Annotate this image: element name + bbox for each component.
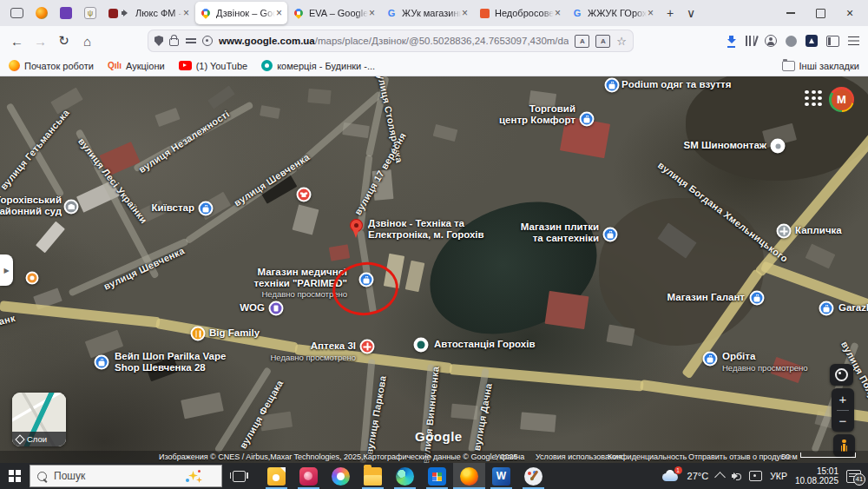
new-tab-button[interactable]: + [660, 3, 681, 23]
task-view-button[interactable] [226, 463, 252, 489]
library-icon[interactable] [746, 36, 756, 46]
firefox-view-button[interactable] [7, 5, 26, 21]
bookmark-item[interactable]: комерція - Будинки -... [261, 60, 375, 71]
marker-worship[interactable] [777, 224, 792, 239]
window-close-button[interactable]: × [835, 1, 865, 25]
downloads-icon[interactable] [727, 36, 737, 46]
taskbar-app-notepad[interactable] [260, 463, 293, 489]
place-label[interactable]: Автостанція Горохів [434, 339, 536, 350]
tab-close-button[interactable]: × [182, 7, 190, 19]
tab-close-button[interactable]: × [554, 7, 562, 19]
marker-restaurant[interactable] [191, 327, 206, 341]
translate-icon[interactable]: A [575, 35, 589, 48]
tray-expand-icon[interactable] [714, 472, 726, 483]
tab-close-button[interactable]: × [368, 7, 376, 19]
map-canvas[interactable]: вулиця Гетьманськавулиця Незалежностівул… [0, 76, 868, 463]
place-label[interactable]: Garazh [838, 302, 868, 314]
url-text[interactable]: www.google.com.ua/maps/place/Дзвінок/@50… [219, 36, 569, 46]
back-button[interactable]: ← [5, 30, 29, 52]
forward-button[interactable]: → [29, 30, 52, 52]
marker-fuel[interactable] [269, 301, 284, 316]
place-label[interactable]: Горохівськийрайонний суд [0, 195, 62, 216]
volume-icon[interactable] [732, 472, 741, 480]
marker-generic[interactable] [771, 139, 786, 154]
pinned-tab[interactable] [30, 3, 53, 23]
pinned-tab[interactable]: ψ [79, 3, 102, 23]
bookmark-star-icon[interactable]: ☆ [616, 35, 627, 48]
place-label[interactable]: Магазин плиткита сантехніки [521, 221, 599, 243]
list-tabs-button[interactable]: ∨ [681, 3, 701, 23]
language-indicator[interactable]: УКР [770, 471, 787, 481]
feedback-link[interactable]: Отправить отзыв о продукте [688, 453, 792, 461]
browser-tab[interactable]: EVA – Google K× [288, 2, 380, 24]
bookmark-item[interactable]: (1) YouTube [179, 60, 248, 71]
account-avatar[interactable]: M [829, 87, 854, 112]
place-label[interactable]: Вейп Шоп Parilka VapeShop Шевченка 28 [115, 351, 226, 373]
place-label[interactable]: Торговийцентр Комфорт [499, 103, 575, 125]
place-label[interactable]: Магазин Галант [667, 292, 745, 303]
tracking-shield-icon[interactable] [155, 36, 163, 46]
taskbar-search-input[interactable]: Пошук [30, 465, 222, 487]
marker-shop[interactable] [750, 291, 765, 306]
pinned-tab[interactable] [55, 3, 77, 23]
window-maximize-button[interactable] [806, 1, 835, 25]
browser-tab[interactable]: GЖЖУК ГОрохів× [567, 2, 659, 24]
marker-shop[interactable] [199, 202, 214, 216]
privacy-link[interactable]: Конфиденциальность [608, 453, 687, 461]
taskbar-app-paint[interactable] [517, 463, 549, 489]
place-label[interactable]: Капличка [795, 225, 842, 236]
taskbar-app-explorer[interactable] [357, 463, 389, 489]
place-label[interactable]: SM Шиномонтаж [684, 140, 766, 151]
start-button[interactable] [0, 463, 30, 489]
zoom-out-button[interactable]: − [832, 411, 854, 432]
sidebar-icon[interactable] [826, 36, 839, 47]
copilot-sparkle-icon[interactable] [187, 470, 201, 484]
marker-shop[interactable] [703, 352, 718, 367]
place-label[interactable]: Київстар [151, 202, 194, 214]
destination-pin[interactable] [350, 219, 364, 240]
extension-dark-icon[interactable] [806, 35, 818, 47]
clock[interactable]: 15:01 10.08.2025 [795, 466, 838, 486]
url-bar[interactable]: www.google.com.ua/maps/place/Дзвінок/@50… [148, 30, 634, 52]
marker-shop[interactable] [580, 112, 595, 127]
reload-button[interactable]: ↻ [52, 30, 76, 52]
marker-transit[interactable] [414, 338, 429, 353]
tab-close-button[interactable]: × [461, 7, 469, 19]
marker-clothing[interactable] [297, 188, 312, 202]
bookmark-item[interactable]: QılıАукціони [108, 60, 165, 71]
marker-shop[interactable] [95, 355, 109, 370]
other-bookmarks-button[interactable]: Інші закладки [782, 61, 859, 71]
my-location-button[interactable] [830, 364, 853, 386]
menu-icon[interactable] [848, 36, 859, 46]
place-label[interactable]: Big Family [209, 327, 260, 339]
notification-center-icon[interactable]: 41 [846, 470, 861, 483]
place-label[interactable]: Аптека 3ІНедавно просмотрено [271, 340, 357, 363]
marker-shop[interactable] [819, 301, 834, 316]
zoom-in-button[interactable]: + [832, 389, 854, 410]
marker-court[interactable] [64, 200, 79, 215]
extension-globe-icon[interactable] [786, 36, 797, 47]
taskbar-app-copilot[interactable] [325, 463, 357, 489]
lock-icon[interactable] [169, 38, 179, 46]
permissions-icon[interactable] [186, 36, 196, 45]
browser-tab[interactable]: Недобросовест× [474, 2, 566, 24]
tab-close-button[interactable]: × [647, 7, 654, 19]
taskbar-app-media[interactable] [293, 463, 325, 489]
place-label[interactable]: Podium одяг та взуття [621, 79, 731, 90]
taskbar-app-firefox[interactable] [453, 463, 485, 489]
account-icon[interactable] [765, 35, 777, 47]
browser-tab[interactable]: GЖУк магазини× [381, 2, 473, 24]
home-button[interactable]: ⌂ [76, 30, 99, 52]
temperature-label[interactable]: 27°C [687, 471, 709, 481]
place-label[interactable]: WOG [240, 302, 265, 314]
browser-tab[interactable]: Люкс ФМ -× [102, 2, 194, 24]
marker-shop[interactable] [603, 228, 618, 242]
place-label[interactable]: ОрбітаНедавно просмотрено [722, 351, 808, 373]
taskbar-app-edge[interactable] [389, 463, 421, 489]
window-minimize-button[interactable] [776, 1, 806, 25]
geolocation-icon[interactable] [202, 36, 213, 46]
bookmark-item[interactable]: Початок роботи [9, 60, 94, 71]
tab-audio-icon[interactable] [122, 9, 131, 17]
browser-tab[interactable]: Дзвінок – Goog× [195, 2, 287, 24]
taskbar-app-store[interactable] [421, 463, 453, 489]
